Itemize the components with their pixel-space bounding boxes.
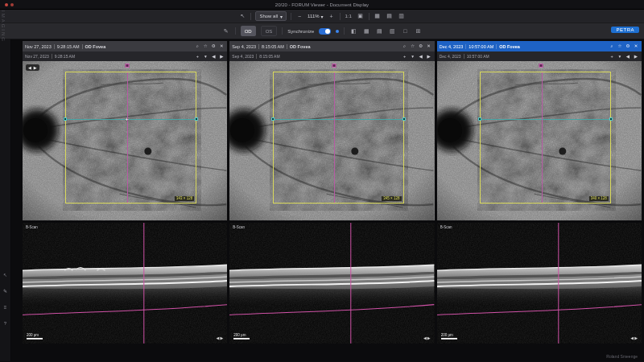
orient-right-icon: ▶ bbox=[427, 335, 431, 340]
oct-bscan bbox=[437, 223, 642, 343]
pointer-tool-icon[interactable]: ↖ bbox=[238, 12, 246, 21]
layout-cols-icon[interactable]: ▥ bbox=[388, 27, 396, 35]
pencil-tool-icon[interactable]: ✎ bbox=[222, 27, 230, 35]
search-icon[interactable]: ⌕ bbox=[402, 43, 408, 49]
star-icon[interactable]: ☆ bbox=[202, 43, 208, 49]
help-icon[interactable]: ? bbox=[2, 319, 10, 327]
synchronize-toggle[interactable] bbox=[319, 28, 331, 35]
oct-image[interactable]: B-Scan 200 µm ◀ ▶ bbox=[437, 223, 642, 343]
series-subheader[interactable]: Dec 4, 2023 10:57:00 AM + ▾ ◀ ▶ bbox=[437, 51, 642, 61]
next-icon[interactable]: ▶ bbox=[426, 54, 432, 59]
zoom-level-dropdown[interactable]: 111% ▾ bbox=[308, 14, 323, 19]
close-icon[interactable]: ✕ bbox=[426, 43, 432, 49]
roi-handle-left[interactable] bbox=[64, 117, 67, 121]
layout-split-icon[interactable]: ◧ bbox=[349, 27, 357, 35]
prev-icon[interactable]: ◀ bbox=[418, 54, 424, 59]
roi-handle-right[interactable] bbox=[609, 117, 613, 121]
orient-left-icon: ◀ bbox=[423, 335, 427, 340]
star-icon[interactable]: ☆ bbox=[617, 43, 623, 49]
scale-bar-line bbox=[27, 338, 43, 339]
layout-rows-icon[interactable]: ▤ bbox=[375, 27, 383, 35]
zoom-level-value: 111% bbox=[308, 14, 319, 19]
fundus-image[interactable]: ◀ ▶ 343 × 128 + bbox=[23, 61, 227, 220]
next-icon[interactable]: ▶ bbox=[218, 54, 225, 59]
zoom-out-icon[interactable]: − bbox=[295, 12, 303, 21]
fit-screen-icon[interactable]: ▣ bbox=[357, 12, 365, 21]
roi-handle-left[interactable] bbox=[271, 117, 275, 121]
petra-badge[interactable]: PETRA bbox=[611, 27, 639, 33]
prev-icon[interactable]: ◀ bbox=[28, 65, 31, 70]
roi-box[interactable]: 345 × 128 bbox=[273, 72, 404, 204]
roi-top-handle[interactable] bbox=[539, 64, 543, 68]
panel-header-selected[interactable]: Dec 4, 2023 10:57:00 AM OD Fovea ⌕ ☆ ⚙ ✕ bbox=[437, 41, 642, 51]
oct-image[interactable]: B-Scan 200 µm ◀ ▶ bbox=[23, 223, 227, 343]
series-time: 9:28:15 AM bbox=[55, 54, 75, 59]
roi-box[interactable]: 343 × 128 bbox=[65, 72, 196, 204]
roi-box[interactable]: 340 × 128 bbox=[480, 72, 611, 204]
od-button[interactable]: OD bbox=[241, 26, 256, 36]
zoom-in-icon[interactable]: + bbox=[328, 12, 336, 21]
scale-bar: 200 µm bbox=[441, 333, 457, 339]
show-all-dropdown[interactable]: Show all ▾ bbox=[255, 11, 287, 21]
oct-bscan bbox=[23, 223, 227, 343]
os-button[interactable]: OS bbox=[261, 26, 278, 36]
window-titlebar: 20/20 - FORUM Viewer - Document Display bbox=[0, 0, 644, 10]
series-subheader[interactable]: Sep 4, 2023 8:15:05 AM + ▾ ◀ ▶ bbox=[229, 51, 434, 61]
layout-quad-icon[interactable]: ⊞ bbox=[414, 27, 422, 35]
settings-icon[interactable]: ⚙ bbox=[418, 43, 424, 49]
divider bbox=[54, 44, 55, 49]
divider bbox=[464, 54, 464, 59]
chevron-down-icon[interactable]: ▾ bbox=[617, 54, 623, 59]
roi-handle-left[interactable] bbox=[478, 117, 481, 121]
prev-icon[interactable]: ◀ bbox=[625, 54, 631, 59]
view-toolbar: ↖ Show all ▾ − 111% ▾ + 1:1 ▣ ▦ ▤ ▥ bbox=[0, 10, 644, 23]
orientation-icon: ◀ ▶ bbox=[423, 335, 431, 340]
layers-tool-icon[interactable]: ≡ bbox=[2, 302, 10, 311]
series-subheader[interactable]: Nov 27, 2023 9:28:15 AM + ▾ ◀ ▶ bbox=[23, 51, 227, 61]
actual-size-button[interactable]: 1:1 bbox=[345, 12, 353, 21]
next-icon[interactable]: ▶ bbox=[633, 54, 639, 59]
roi-top-handle[interactable] bbox=[332, 64, 336, 68]
close-icon[interactable]: ✕ bbox=[218, 43, 225, 49]
roi-horizontal-line[interactable] bbox=[481, 119, 610, 120]
rows-layout-icon[interactable]: ▤ bbox=[386, 12, 394, 21]
next-icon[interactable]: ▶ bbox=[34, 65, 37, 70]
pointer-tool-icon[interactable]: ↖ bbox=[2, 270, 10, 279]
zoom-in-icon[interactable]: + bbox=[194, 54, 200, 59]
roi-horizontal-line[interactable] bbox=[274, 119, 403, 120]
scale-bar: 200 µm bbox=[233, 333, 250, 339]
chevron-down-icon[interactable]: ▾ bbox=[410, 54, 416, 59]
search-icon[interactable]: ⌕ bbox=[609, 43, 615, 49]
fundus-image[interactable]: 340 × 128 bbox=[437, 61, 642, 220]
divider bbox=[340, 13, 341, 20]
search-icon[interactable]: ⌕ bbox=[194, 43, 200, 49]
columns-layout-icon[interactable]: ▥ bbox=[398, 12, 406, 21]
scale-label: 200 µm bbox=[441, 333, 457, 337]
pan-controls[interactable]: ◀ ▶ bbox=[26, 64, 39, 71]
roi-horizontal-line[interactable] bbox=[66, 119, 196, 120]
panel-header[interactable]: Nov 27, 2023 9:28:15 AM OD Fovea ⌕ ☆ ⚙ ✕ bbox=[23, 41, 227, 51]
roi-vertical-line[interactable] bbox=[542, 72, 543, 203]
annotate-tool-icon[interactable]: ✎ bbox=[2, 286, 10, 295]
roi-vertical-line[interactable] bbox=[334, 72, 335, 203]
roi-handle-right[interactable] bbox=[402, 117, 406, 121]
roi-vertical-line[interactable] bbox=[127, 72, 128, 203]
settings-icon[interactable]: ⚙ bbox=[210, 43, 217, 49]
prev-icon[interactable]: ◀ bbox=[210, 54, 217, 59]
sync-status-dot bbox=[336, 30, 339, 33]
grid-layout-icon[interactable]: ▦ bbox=[374, 12, 382, 21]
fundus-image[interactable]: 345 × 128 bbox=[229, 61, 434, 220]
roi-handle-right[interactable] bbox=[195, 117, 198, 121]
close-icon[interactable]: ✕ bbox=[633, 43, 639, 49]
settings-icon[interactable]: ⚙ bbox=[625, 43, 631, 49]
star-icon[interactable]: ☆ bbox=[410, 43, 416, 49]
zoom-in-icon[interactable]: + bbox=[609, 54, 615, 59]
roi-top-handle[interactable] bbox=[125, 64, 129, 68]
zoom-in-icon[interactable]: + bbox=[402, 54, 408, 59]
divider bbox=[287, 44, 287, 49]
layout-grid-icon[interactable]: ▦ bbox=[362, 27, 370, 35]
oct-image[interactable]: B-Scan 200 µm ◀ ▶ bbox=[229, 223, 434, 343]
panel-header[interactable]: Sep 4, 2023 8:15:05 AM OD Fovea ⌕ ☆ ⚙ ✕ bbox=[229, 41, 434, 51]
chevron-down-icon[interactable]: ▾ bbox=[202, 54, 208, 59]
layout-single-icon[interactable]: □ bbox=[401, 27, 409, 35]
